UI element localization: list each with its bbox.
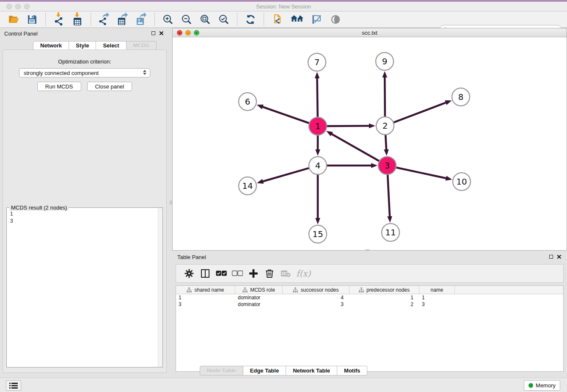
home-first-neighbors-icon[interactable] xyxy=(290,14,304,25)
tab-style[interactable]: Style xyxy=(69,41,96,50)
export-network-icon[interactable] xyxy=(98,14,110,25)
task-history-button[interactable] xyxy=(6,380,21,391)
export-image-icon[interactable] xyxy=(135,14,147,25)
edge-1-6[interactable] xyxy=(261,107,309,123)
node-label-9: 9 xyxy=(382,56,388,66)
zoom-fit-icon[interactable] xyxy=(199,14,211,25)
edge-2-8[interactable] xyxy=(394,102,447,122)
table-options-icon[interactable] xyxy=(183,267,195,280)
table-cell[interactable]: dominator xyxy=(235,294,283,301)
zoom-selected-icon[interactable] xyxy=(218,14,230,25)
zoom-in-icon[interactable] xyxy=(162,14,174,25)
show-graphics-details-icon[interactable] xyxy=(330,14,341,25)
column-label: MCDS role xyxy=(250,287,275,293)
mcds-result-box: MCDS result (2 nodes) 1 3 xyxy=(6,207,163,367)
edge-1-7[interactable] xyxy=(317,77,317,117)
tab-mcds[interactable]: MCDS xyxy=(127,41,157,50)
status-bar: Memory xyxy=(0,378,567,392)
splitter-handle[interactable] xyxy=(170,201,172,204)
edge-2-9[interactable] xyxy=(385,76,385,116)
float-panel-icon[interactable] xyxy=(151,31,155,35)
edge-3-11[interactable] xyxy=(388,175,390,218)
memory-label: Memory xyxy=(536,382,556,389)
column-layout-icon[interactable] xyxy=(199,267,212,280)
tab-select[interactable]: Select xyxy=(96,41,126,50)
tab-motifs[interactable]: Motifs xyxy=(337,366,367,375)
mcds-panel-body: Optimization criterion: strongly connect… xyxy=(3,50,167,373)
main-toolbar xyxy=(0,11,567,28)
tab-edge-table[interactable]: Edge Table xyxy=(243,366,286,375)
zoom-out-icon[interactable] xyxy=(181,14,193,25)
network-graph[interactable]: 7968124314101511 xyxy=(173,37,567,250)
unselect-all-columns-icon[interactable] xyxy=(231,267,244,280)
node-label-2: 2 xyxy=(383,121,388,131)
memory-button[interactable]: Memory xyxy=(524,380,560,391)
select-all-columns-icon[interactable] xyxy=(215,267,228,280)
column-header-predecessor-nodes[interactable]: predecessor nodes xyxy=(350,286,419,294)
toolbar-separator xyxy=(154,13,155,26)
import-table-icon[interactable] xyxy=(72,14,83,25)
mcds-result-text: 1 3 xyxy=(7,210,17,226)
close-panel-icon[interactable]: ✕ xyxy=(159,31,164,35)
edge-1-2[interactable] xyxy=(327,126,370,126)
titlebar-accent xyxy=(0,0,567,2)
column-label: shared name xyxy=(194,287,224,293)
edge-3-1[interactable] xyxy=(330,133,379,161)
save-session-icon[interactable] xyxy=(26,14,38,25)
node-table[interactable]: shared nameMCDS rolesuccessor nodesprede… xyxy=(176,285,564,372)
delete-table-icon xyxy=(279,267,292,280)
new-network-from-selection-icon[interactable] xyxy=(271,14,283,25)
arrowhead-icon xyxy=(369,123,375,128)
create-column-icon[interactable] xyxy=(247,267,260,280)
tab-network-table[interactable]: Network Table xyxy=(286,366,337,375)
table-cell[interactable]: 1 xyxy=(419,294,455,301)
import-network-icon[interactable] xyxy=(53,14,65,25)
table-cell[interactable]: 1 xyxy=(350,294,419,301)
refresh-layout-icon[interactable] xyxy=(245,14,256,25)
table-cell[interactable]: 3 xyxy=(419,301,455,308)
delete-columns-icon[interactable] xyxy=(263,267,276,280)
arrowhead-icon xyxy=(382,71,387,77)
arrowhead-icon xyxy=(384,149,389,156)
column-header-successor-nodes[interactable]: successor nodes xyxy=(283,286,350,294)
edge-2-3[interactable] xyxy=(385,135,386,151)
close-panel-button[interactable]: Close panel xyxy=(87,82,132,91)
edge-3-10[interactable] xyxy=(396,168,447,179)
table-toolbar: f(x) xyxy=(176,264,564,283)
float-panel-icon[interactable] xyxy=(549,255,553,259)
table-header-row: shared nameMCDS rolesuccessor nodesprede… xyxy=(176,286,563,294)
splitter-handle[interactable] xyxy=(366,249,369,251)
table-cell[interactable]: 2 xyxy=(350,301,419,308)
table-cell[interactable]: 3 xyxy=(283,301,350,308)
column-label: name xyxy=(430,287,443,293)
criterion-value: strongly connected component xyxy=(24,70,99,76)
criterion-select[interactable]: strongly connected component xyxy=(19,68,150,77)
close-panel-icon[interactable]: ✕ xyxy=(556,255,562,259)
table-row[interactable]: 3dominator323 xyxy=(176,301,563,308)
column-header-shared-name[interactable]: shared name xyxy=(176,286,235,294)
table-panel-title: Table Panel xyxy=(177,254,206,260)
function-builder-icon: f(x) xyxy=(296,268,311,279)
table-cell[interactable]: 3 xyxy=(176,301,235,308)
column-header-MCDS-role[interactable]: MCDS role xyxy=(235,286,283,294)
edge-4-14[interactable] xyxy=(262,168,309,182)
open-session-icon[interactable] xyxy=(8,14,19,25)
arrowhead-icon xyxy=(257,105,264,109)
table-cell[interactable]: 4 xyxy=(283,294,350,301)
network-window-titlebar[interactable]: × − + scc.txt xyxy=(173,28,567,37)
table-cell[interactable]: 1 xyxy=(176,294,235,301)
control-panel-controls: ✕ xyxy=(151,31,164,35)
memory-status-icon xyxy=(528,383,533,388)
tab-network[interactable]: Network xyxy=(33,41,69,50)
hide-panel-icon[interactable] xyxy=(311,14,323,25)
column-header-name[interactable]: name xyxy=(419,286,455,294)
network-canvas[interactable]: 7968124314101511 xyxy=(173,37,567,250)
tab-node-table[interactable]: Node Table xyxy=(200,366,243,375)
table-row[interactable]: 1dominator411 xyxy=(176,294,563,301)
export-table-icon[interactable] xyxy=(117,14,129,25)
arrowhead-icon xyxy=(315,72,320,78)
control-panel-tabs: Network Style Select MCDS xyxy=(33,41,157,50)
table-cell[interactable]: dominator xyxy=(235,301,283,308)
run-mcds-button[interactable]: Run MCDS xyxy=(37,82,81,91)
result-scrollbar[interactable] xyxy=(158,208,162,367)
